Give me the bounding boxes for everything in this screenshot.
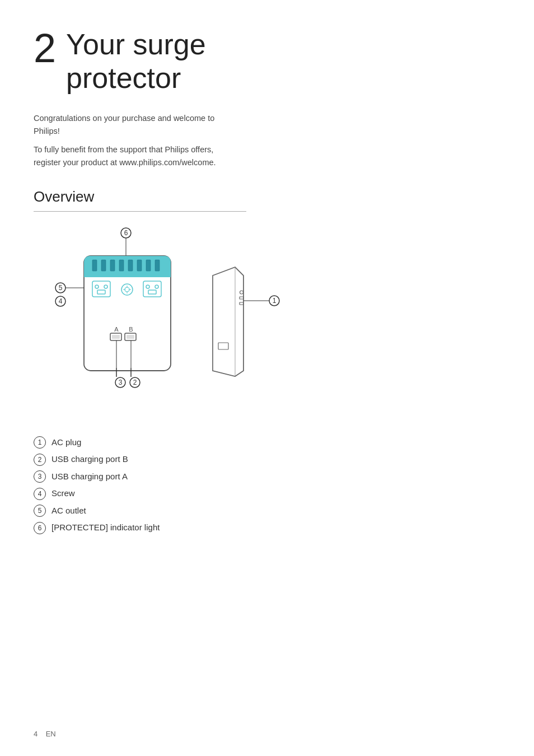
- page-footer: 4 EN: [34, 729, 56, 740]
- chapter-title: Your surge protector: [66, 28, 206, 94]
- svg-text:4: 4: [59, 297, 63, 305]
- legend-circle: 6: [34, 522, 46, 534]
- svg-rect-14: [92, 281, 110, 297]
- page-lang: EN: [46, 730, 56, 738]
- legend-circle: 3: [34, 470, 46, 483]
- svg-text:B: B: [129, 326, 133, 333]
- legend-list: 1 AC plug 2 USB charging port B 3 USB ch…: [34, 436, 500, 534]
- legend-circle: 5: [34, 505, 46, 517]
- legend-item: 5 AC outlet: [34, 505, 500, 517]
- svg-rect-36: [112, 335, 120, 339]
- svg-text:6: 6: [124, 229, 128, 237]
- diagram-svg: 6: [34, 225, 302, 419]
- svg-rect-8: [110, 260, 115, 271]
- intro-para1: Congratulations on your purchase and wel…: [34, 112, 241, 138]
- chapter-title-block: Your surge protector: [66, 28, 206, 95]
- svg-text:3: 3: [119, 379, 123, 386]
- legend-item: 3 USB charging port A: [34, 470, 500, 483]
- legend-item: 4 Screw: [34, 487, 500, 500]
- legend-item: 1 AC plug: [34, 436, 500, 449]
- svg-text:2: 2: [133, 379, 137, 386]
- page-header: 2 Your surge protector Congratulations o…: [34, 28, 500, 169]
- overview-title: Overview: [34, 186, 246, 212]
- diagram-area: 6: [34, 225, 500, 419]
- legend-label: AC plug: [51, 436, 81, 449]
- legend-label: USB charging port A: [51, 470, 128, 483]
- legend-circle: 1: [34, 436, 46, 449]
- svg-text:5: 5: [59, 284, 63, 292]
- legend-item: 2 USB charging port B: [34, 453, 500, 466]
- page-number: 4: [34, 730, 38, 738]
- svg-text:A: A: [114, 326, 119, 333]
- legend-item: 6 [PROTECTED] indicator light: [34, 521, 500, 534]
- legend-circle: 4: [34, 488, 46, 500]
- chapter-number: 2: [34, 28, 56, 68]
- svg-rect-11: [137, 260, 142, 271]
- svg-rect-12: [146, 260, 151, 271]
- legend-label: AC outlet: [51, 505, 86, 517]
- legend-circle: 2: [34, 454, 46, 466]
- legend-label: USB charging port B: [51, 453, 128, 466]
- overview-section: Overview 6: [34, 186, 500, 534]
- intro-para2: To fully benefit from the support that P…: [34, 143, 241, 169]
- svg-rect-10: [128, 260, 133, 271]
- svg-text:1: 1: [273, 297, 277, 305]
- svg-rect-9: [119, 260, 124, 271]
- chapter-title-wrapper: 2 Your surge protector: [34, 28, 500, 95]
- legend-label: Screw: [51, 487, 75, 500]
- svg-rect-6: [92, 260, 97, 271]
- svg-rect-7: [101, 260, 106, 271]
- svg-rect-24: [143, 281, 161, 297]
- legend-label: [PROTECTED] indicator light: [51, 521, 160, 534]
- svg-rect-13: [155, 260, 160, 271]
- svg-rect-38: [127, 335, 134, 339]
